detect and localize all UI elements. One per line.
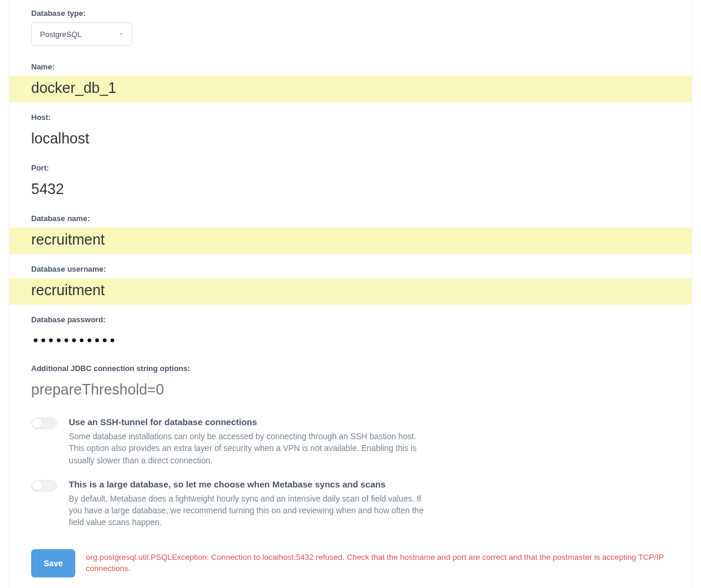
ssh-tunnel-desc: Some database installations can only be … bbox=[69, 430, 433, 466]
large-db-toggle[interactable] bbox=[31, 480, 57, 492]
name-label: Name: bbox=[9, 52, 692, 76]
password-label: Database password: bbox=[9, 305, 692, 329]
error-message: org.postgresql.util.PSQLException: Conne… bbox=[86, 552, 686, 574]
save-button[interactable]: Save bbox=[31, 549, 75, 577]
jdbc-input[interactable] bbox=[9, 377, 692, 404]
database-type-select[interactable]: PostgreSQL bbox=[31, 22, 132, 46]
host-label: Host: bbox=[9, 102, 692, 126]
database-name-label: Database name: bbox=[9, 203, 692, 228]
toggle-knob bbox=[32, 419, 42, 428]
database-type-label: Database type: bbox=[9, 0, 692, 22]
database-form: Database type: PostgreSQL Name: Host: Po… bbox=[9, 0, 692, 588]
toggle-knob bbox=[32, 481, 42, 490]
ssh-tunnel-toggle[interactable] bbox=[31, 417, 57, 429]
database-type-value: PostgreSQL bbox=[40, 30, 82, 39]
chevron-down-icon bbox=[119, 32, 123, 36]
name-input[interactable] bbox=[9, 76, 692, 102]
port-label: Port: bbox=[9, 153, 692, 177]
username-input[interactable] bbox=[9, 278, 692, 305]
jdbc-label: Additional JDBC connection string option… bbox=[9, 353, 692, 377]
database-name-input[interactable] bbox=[9, 228, 692, 254]
password-input[interactable]: ●●●●●●●●●●● bbox=[9, 329, 692, 353]
port-input[interactable] bbox=[9, 177, 692, 203]
username-label: Database username: bbox=[9, 254, 692, 278]
large-db-title: This is a large database, so let me choo… bbox=[69, 479, 433, 493]
large-db-desc: By default, Metabase does a lightweight … bbox=[69, 493, 433, 529]
ssh-tunnel-title: Use an SSH-tunnel for database connectio… bbox=[69, 417, 433, 430]
host-input[interactable] bbox=[9, 126, 692, 153]
